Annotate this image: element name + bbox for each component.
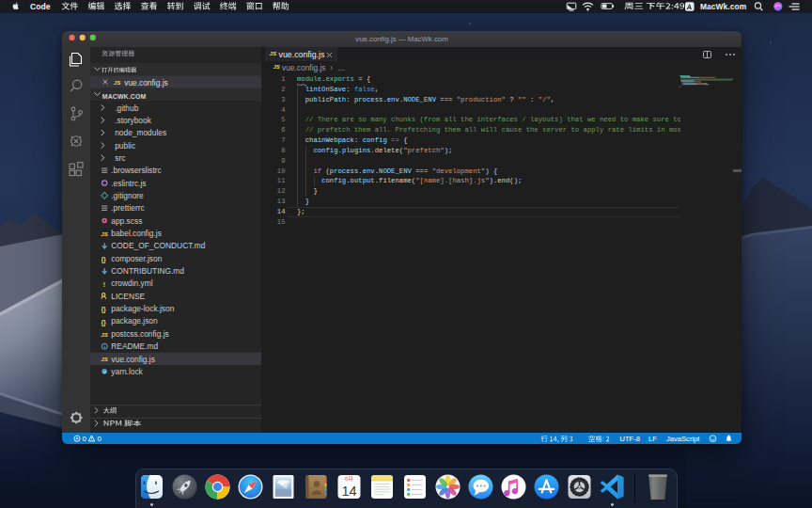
svg-text:JS: JS (101, 331, 108, 338)
svg-text:babel.config.js: babel.config.js (111, 229, 162, 238)
svg-text:JavaScript: JavaScript (666, 435, 700, 443)
svg-text:{}: {} (101, 319, 106, 326)
svg-text:{}: {} (101, 306, 106, 313)
svg-text:CONTRIBUTING.md: CONTRIBUTING.md (111, 266, 184, 276)
svg-text:.github: .github (115, 103, 138, 113)
svg-text:postcss.config.js: postcss.config.js (111, 329, 168, 339)
svg-text:JS: JS (101, 356, 108, 362)
svg-text:LF: LF (648, 435, 657, 443)
svg-text:package-lock.json: package-lock.json (111, 304, 174, 313)
svg-text:14: 14 (341, 484, 356, 499)
svg-text:0: 0 (83, 435, 87, 443)
svg-text:JS: JS (114, 79, 121, 86)
svg-text:.eslintrc.js: .eslintrc.js (111, 179, 146, 188)
svg-text:.storybook: .storybook (115, 116, 151, 125)
svg-text:src: src (115, 153, 125, 163)
svg-text:composer.json: composer.json (111, 254, 162, 263)
svg-text:.gitignore: .gitignore (111, 191, 144, 200)
svg-text:LICENSE: LICENSE (111, 292, 145, 301)
svg-text:!: ! (103, 280, 106, 289)
svg-text:.browserslistrc: .browserslistrc (111, 166, 162, 175)
svg-text:0: 0 (98, 435, 102, 443)
svg-text:vue.config.js: vue.config.js (111, 355, 155, 364)
svg-text:app.scss: app.scss (111, 216, 142, 226)
svg-text:public: public (115, 141, 135, 151)
svg-text:MACWK.COM: MACWK.COM (102, 93, 147, 100)
svg-text:UTF-8: UTF-8 (620, 435, 641, 443)
svg-text:README.md: README.md (111, 341, 158, 351)
svg-text:.prettierrc: .prettierrc (111, 203, 144, 213)
svg-text:crowdin.yml: crowdin.yml (111, 278, 152, 288)
svg-text:CODE_OF_CONDUCT.md: CODE_OF_CONDUCT.md (111, 241, 205, 250)
svg-text:JS: JS (101, 230, 108, 237)
svg-text:vue.config.js: vue.config.js (124, 78, 168, 87)
svg-text:package.json: package.json (111, 316, 158, 325)
svg-text:yarn.lock: yarn.lock (111, 367, 143, 376)
svg-text:{}: {} (101, 256, 106, 263)
svg-text:node_modules: node_modules (115, 128, 166, 137)
